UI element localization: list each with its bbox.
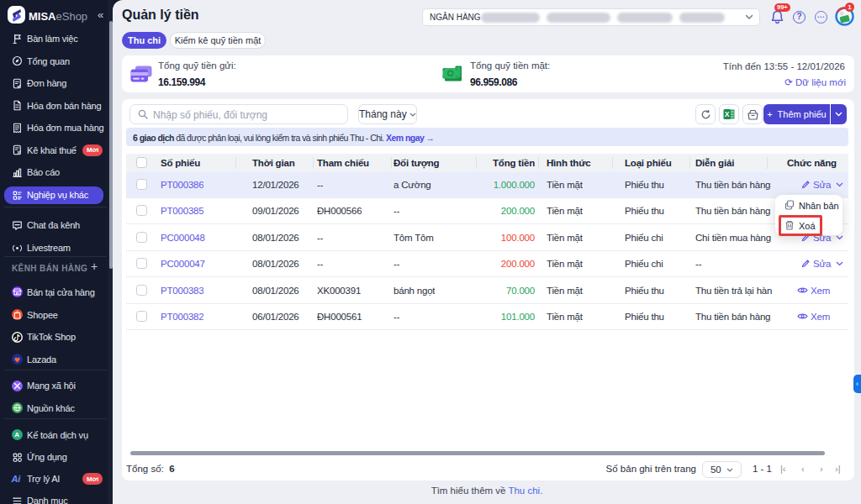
svg-text:X: X (725, 110, 730, 118)
